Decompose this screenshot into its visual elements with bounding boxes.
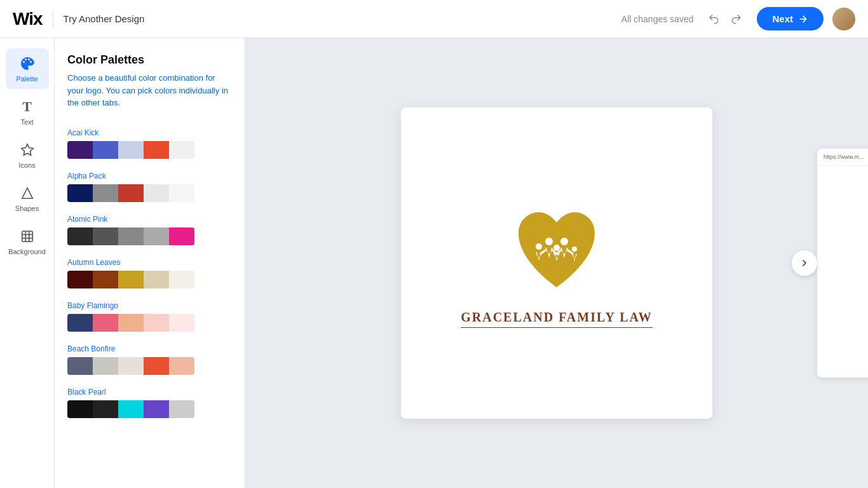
canvas-area: GRACELAND FAMILY LAW https://www.m... bbox=[245, 38, 868, 488]
palette-item[interactable]: Alpha Pack bbox=[55, 165, 245, 208]
slide-url: https://www.m... bbox=[817, 149, 868, 166]
color-swatch[interactable] bbox=[67, 400, 93, 418]
svg-point-3 bbox=[572, 247, 577, 252]
icons-icon bbox=[18, 141, 36, 159]
color-swatch[interactable] bbox=[93, 141, 118, 159]
color-swatch[interactable] bbox=[169, 314, 194, 332]
text-icon: T bbox=[18, 98, 36, 116]
palette-item[interactable]: Beach Bonfire bbox=[55, 338, 245, 381]
main-layout: Palette T Text Icons Shapes Background bbox=[0, 38, 868, 488]
logo-card: GRACELAND FAMILY LAW bbox=[401, 107, 712, 419]
color-swatch[interactable] bbox=[118, 314, 144, 332]
sidebar-item-palette[interactable]: Palette bbox=[6, 48, 49, 89]
color-swatch[interactable] bbox=[93, 227, 118, 245]
color-swatch[interactable] bbox=[144, 314, 169, 332]
color-swatch[interactable] bbox=[118, 400, 144, 418]
panel-description: Choose a beautiful color combination for… bbox=[67, 72, 232, 109]
color-swatch[interactable] bbox=[67, 227, 93, 245]
color-swatch[interactable] bbox=[118, 357, 144, 375]
color-swatch[interactable] bbox=[93, 271, 118, 288]
color-swatch[interactable] bbox=[118, 271, 144, 288]
color-swatch[interactable] bbox=[93, 357, 118, 375]
color-swatch[interactable] bbox=[93, 400, 118, 418]
palette-swatches bbox=[67, 400, 194, 418]
svg-rect-1 bbox=[22, 231, 32, 242]
palette-item[interactable]: Autumn Leaves bbox=[55, 252, 245, 295]
color-swatch[interactable] bbox=[144, 184, 169, 202]
header: Wix Try Another Design All changes saved… bbox=[0, 0, 868, 38]
palette-swatches bbox=[67, 357, 194, 375]
svg-point-6 bbox=[553, 245, 560, 251]
color-panel: Color Palettes Choose a beautiful color … bbox=[55, 38, 245, 488]
header-saved-status: All changes saved bbox=[621, 14, 694, 24]
color-swatch[interactable] bbox=[169, 271, 194, 288]
color-swatch[interactable] bbox=[169, 400, 194, 418]
palette-item[interactable]: Acai Kick bbox=[55, 122, 245, 165]
color-swatch[interactable] bbox=[169, 227, 194, 245]
color-swatch[interactable] bbox=[118, 141, 144, 159]
palette-name: Atomic Pink bbox=[67, 215, 232, 224]
color-swatch[interactable] bbox=[93, 184, 118, 202]
palette-swatches bbox=[67, 184, 194, 202]
color-swatch[interactable] bbox=[67, 357, 93, 375]
background-icon bbox=[18, 227, 36, 245]
svg-marker-0 bbox=[21, 144, 32, 155]
icons-nav-label: Icons bbox=[18, 161, 35, 169]
logo-text: GRACELAND FAMILY LAW bbox=[461, 310, 653, 328]
color-swatch[interactable] bbox=[118, 227, 144, 245]
sidebar-item-icons[interactable]: Icons bbox=[6, 135, 49, 175]
svg-point-5 bbox=[560, 238, 568, 245]
color-swatch[interactable] bbox=[67, 314, 93, 332]
palette-name: Baby Flamingo bbox=[67, 301, 232, 310]
palette-name: Alpha Pack bbox=[67, 172, 232, 180]
sidebar-item-background[interactable]: Background bbox=[6, 221, 49, 262]
undo-button[interactable] bbox=[703, 9, 724, 29]
next-button[interactable]: Next bbox=[757, 7, 824, 30]
palette-list: Acai KickAlpha PackAtomic PinkAutumn Lea… bbox=[55, 117, 245, 489]
shapes-icon bbox=[18, 184, 36, 202]
color-swatch[interactable] bbox=[93, 314, 118, 332]
color-swatch[interactable] bbox=[169, 141, 194, 159]
color-swatch[interactable] bbox=[67, 141, 93, 159]
text-nav-label: Text bbox=[20, 118, 33, 126]
svg-point-2 bbox=[536, 243, 542, 250]
logo-heart bbox=[506, 198, 607, 300]
palette-name: Beach Bonfire bbox=[67, 344, 232, 353]
header-divider bbox=[53, 10, 53, 28]
palette-icon bbox=[18, 55, 36, 72]
redo-button[interactable] bbox=[726, 9, 747, 29]
next-label: Next bbox=[772, 13, 793, 24]
background-nav-label: Background bbox=[8, 248, 46, 255]
color-swatch[interactable] bbox=[144, 357, 169, 375]
slide-preview: https://www.m... bbox=[817, 149, 868, 377]
icon-nav: Palette T Text Icons Shapes Background bbox=[0, 38, 55, 488]
color-swatch[interactable] bbox=[67, 271, 93, 288]
sidebar-item-shapes[interactable]: Shapes bbox=[6, 178, 49, 219]
wix-logo: Wix bbox=[13, 9, 43, 29]
color-swatch[interactable] bbox=[67, 184, 93, 202]
palette-item[interactable]: Baby Flamingo bbox=[55, 295, 245, 338]
svg-point-4 bbox=[545, 238, 553, 245]
color-swatch[interactable] bbox=[169, 357, 194, 375]
palette-item[interactable]: Black Pearl bbox=[55, 381, 245, 424]
user-avatar[interactable] bbox=[832, 8, 855, 30]
palette-item[interactable]: Atomic Pink bbox=[55, 208, 245, 252]
palette-name: Acai Kick bbox=[67, 128, 232, 137]
sidebar-item-text[interactable]: T Text bbox=[6, 92, 49, 132]
color-swatch[interactable] bbox=[144, 400, 169, 418]
color-swatch[interactable] bbox=[144, 227, 169, 245]
shapes-nav-label: Shapes bbox=[15, 205, 39, 212]
palette-name: Autumn Leaves bbox=[67, 258, 232, 267]
color-swatch[interactable] bbox=[144, 271, 169, 288]
carousel-next-arrow[interactable] bbox=[792, 250, 817, 276]
color-swatch[interactable] bbox=[118, 184, 144, 202]
panel-header: Color Palettes Choose a beautiful color … bbox=[55, 38, 245, 117]
color-swatch[interactable] bbox=[169, 184, 194, 202]
panel-title: Color Palettes bbox=[67, 53, 232, 67]
palette-swatches bbox=[67, 227, 194, 245]
palette-nav-label: Palette bbox=[16, 75, 37, 83]
color-swatch[interactable] bbox=[144, 141, 169, 159]
undo-redo-group bbox=[703, 9, 747, 29]
palette-name: Black Pearl bbox=[67, 388, 232, 396]
header-title: Try Another Design bbox=[64, 13, 145, 24]
